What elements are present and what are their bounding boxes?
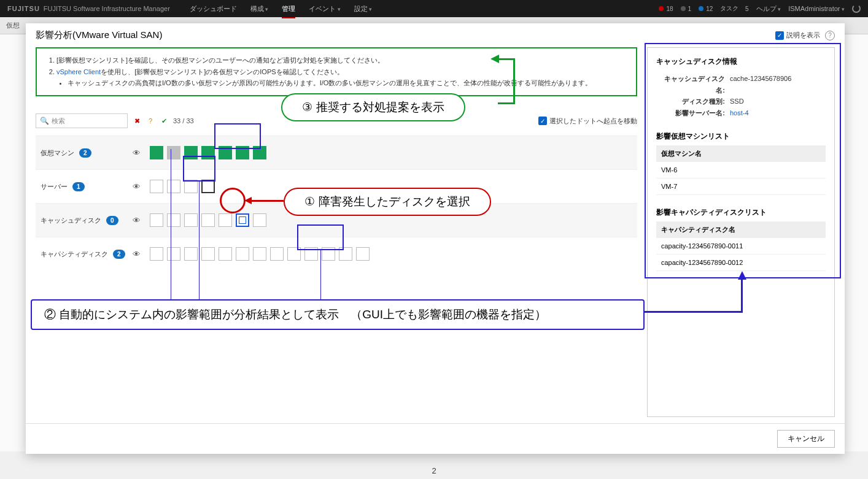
refresh-icon[interactable] bbox=[852, 4, 861, 13]
capacity-node[interactable] bbox=[253, 247, 266, 261]
cache-node[interactable] bbox=[167, 213, 180, 227]
capacity-node[interactable] bbox=[150, 247, 163, 261]
vm-node[interactable] bbox=[219, 146, 232, 159]
server-node[interactable] bbox=[184, 180, 198, 193]
vm-node[interactable] bbox=[236, 146, 249, 159]
capacity-node[interactable] bbox=[287, 247, 301, 261]
vm-section-title: 影響仮想マシンリスト bbox=[656, 131, 826, 142]
cache-node[interactable] bbox=[150, 213, 163, 227]
lane-server-badge: 1 bbox=[72, 182, 85, 191]
vm-col-header: 仮想マシン名 bbox=[656, 145, 826, 162]
detail-disk-type: SSD bbox=[730, 96, 744, 107]
filter-row: 🔍 検索 ✖ ? ✔ 33 / 33 ✓選択したドットへ起点を移動 bbox=[36, 113, 637, 128]
vm-node[interactable] bbox=[167, 146, 180, 159]
capacity-node[interactable] bbox=[184, 247, 198, 261]
detail-pane: キャッシュディスク情報 キャッシュディスク名:cache-12345678906… bbox=[647, 47, 835, 417]
filter-count: 33 / 33 bbox=[173, 117, 194, 125]
vm-node[interactable] bbox=[253, 146, 266, 159]
lane-vm-badge: 2 bbox=[79, 148, 91, 158]
filter-warning-icon[interactable]: ? bbox=[146, 117, 155, 125]
user-menu[interactable]: ISMAdministrator bbox=[788, 5, 845, 12]
sub-tab[interactable]: 仮想 bbox=[6, 21, 20, 30]
main-menu: ダッシュボード 構成 管理 イベント 設定 bbox=[190, 4, 373, 13]
eye-icon[interactable]: 👁 bbox=[133, 216, 144, 225]
filter-ok-icon[interactable]: ✔ bbox=[160, 117, 168, 125]
tasks-link[interactable]: タスク 5 bbox=[720, 4, 748, 13]
capacity-node[interactable] bbox=[304, 247, 318, 261]
eye-icon[interactable]: 👁 bbox=[133, 182, 144, 191]
cap-section-title: 影響キャパシティディスクリスト bbox=[656, 207, 826, 218]
vm-node[interactable] bbox=[150, 146, 163, 159]
advisory-box: [影響仮想マシンリスト]を確認し、その仮想マシンのユーザーへの通知など適切な対処… bbox=[36, 47, 637, 96]
vm-node[interactable] bbox=[184, 146, 198, 159]
cache-node-selected[interactable] bbox=[236, 213, 249, 227]
search-icon: 🔍 bbox=[40, 117, 49, 125]
capacity-node[interactable] bbox=[322, 247, 335, 261]
eye-icon[interactable]: 👁 bbox=[133, 250, 144, 259]
product-name: FUJITSU Software Infrastructure Manager bbox=[44, 5, 170, 12]
top-bar: FUJITSU FUJITSU Software Infrastructure … bbox=[0, 0, 868, 17]
capacity-node[interactable] bbox=[339, 247, 352, 261]
lane-cache-label: キャッシュディスク bbox=[41, 216, 101, 225]
search-input[interactable]: 🔍 検索 bbox=[36, 113, 128, 128]
capacity-node[interactable] bbox=[236, 247, 249, 261]
table-row[interactable]: capacity-1234567890-0012 bbox=[656, 255, 826, 271]
menu-structure[interactable]: 構成 bbox=[250, 4, 269, 13]
table-row[interactable]: VM-6 bbox=[656, 162, 826, 178]
capacity-node[interactable] bbox=[219, 247, 232, 261]
server-node[interactable] bbox=[150, 180, 163, 193]
table-row[interactable]: VM-7 bbox=[656, 178, 826, 195]
topology-lanes: 仮想マシン 2 👁 bbox=[36, 136, 637, 270]
capacity-node[interactable] bbox=[201, 247, 215, 261]
server-node[interactable] bbox=[167, 180, 180, 193]
help-icon[interactable]: ? bbox=[825, 31, 835, 40]
page-number: 2 bbox=[0, 466, 868, 475]
filter-error-icon[interactable]: ✖ bbox=[133, 117, 141, 125]
menu-event[interactable]: イベント bbox=[309, 4, 341, 13]
detail-server-link[interactable]: host-4 bbox=[730, 109, 749, 117]
menu-dashboard[interactable]: ダッシュボード bbox=[190, 4, 237, 13]
lane-server-label: サーバー bbox=[41, 182, 68, 191]
impact-analysis-modal: 影響分析(VMware Virtual SAN) ✓ 説明を表示 ? [影響仮想… bbox=[26, 23, 845, 454]
menu-settings[interactable]: 設定 bbox=[354, 4, 373, 13]
lane-cache-badge: 0 bbox=[106, 216, 118, 225]
capacity-node[interactable] bbox=[167, 247, 180, 261]
cache-node[interactable] bbox=[184, 213, 198, 227]
modal-title: 影響分析(VMware Virtual SAN) bbox=[36, 29, 162, 41]
table-row[interactable]: capacity-1234567890-0011 bbox=[656, 238, 826, 255]
capacity-node[interactable] bbox=[270, 247, 284, 261]
help-menu[interactable]: ヘルプ bbox=[756, 4, 781, 13]
lane-capacity: キャパシティディスク 2 👁 bbox=[36, 237, 637, 270]
move-origin-toggle[interactable]: ✓選択したドットへ起点を移動 bbox=[538, 117, 637, 126]
cancel-button[interactable]: キャンセル bbox=[777, 430, 835, 448]
brand-logo: FUJITSU bbox=[7, 5, 40, 12]
vm-node[interactable] bbox=[201, 146, 215, 159]
menu-manage[interactable]: 管理 bbox=[282, 4, 295, 13]
cache-node[interactable] bbox=[201, 213, 215, 227]
server-node-selected[interactable] bbox=[201, 180, 215, 193]
lane-vm: 仮想マシン 2 👁 bbox=[36, 136, 637, 169]
capacity-node[interactable] bbox=[356, 247, 370, 261]
detail-disk-name: cache-12345678906 bbox=[730, 73, 791, 96]
lane-vm-label: 仮想マシン bbox=[41, 148, 74, 158]
lane-capacity-badge: 2 bbox=[113, 250, 125, 259]
alert-red[interactable]: 18 bbox=[659, 6, 673, 12]
cap-col-header: キャパシティディスク名 bbox=[656, 221, 826, 238]
alert-blue[interactable]: 12 bbox=[699, 6, 713, 12]
detail-header: キャッシュディスク情報 bbox=[656, 56, 826, 67]
eye-icon[interactable]: 👁 bbox=[133, 148, 144, 158]
lane-cache: キャッシュディスク 0 👁 bbox=[36, 203, 637, 237]
alert-gray[interactable]: 1 bbox=[681, 6, 692, 12]
check-icon: ✓ bbox=[775, 31, 784, 40]
cache-node[interactable] bbox=[219, 213, 232, 227]
cache-node[interactable] bbox=[253, 213, 266, 227]
show-description-toggle[interactable]: ✓ 説明を表示 bbox=[775, 31, 820, 40]
lane-server: サーバー 1 👁 bbox=[36, 169, 637, 203]
lane-capacity-label: キャパシティディスク bbox=[41, 250, 108, 259]
